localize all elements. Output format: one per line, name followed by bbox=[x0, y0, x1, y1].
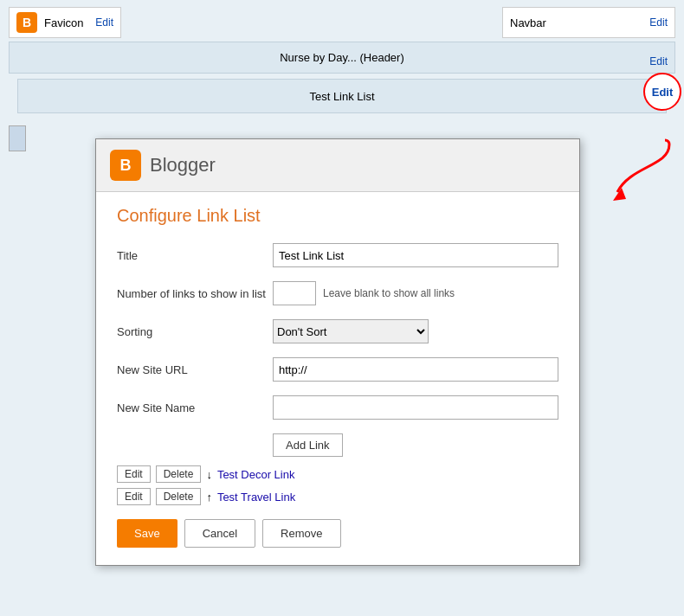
sorting-row: Sorting Don't Sort Alphabetical Reverse … bbox=[117, 319, 558, 343]
new-url-input[interactable] bbox=[273, 357, 558, 382]
red-arrow-indicator bbox=[604, 132, 674, 209]
add-link-button[interactable]: Add Link bbox=[273, 433, 343, 457]
link-list-bar: Test Link List Edit bbox=[17, 79, 667, 113]
link-1-name[interactable]: Test Decor Link bbox=[217, 468, 295, 481]
navbar-widget: Navbar Edit bbox=[502, 7, 675, 38]
title-label: Title bbox=[117, 249, 273, 262]
link-2-edit-button[interactable]: Edit bbox=[117, 488, 151, 505]
num-links-row: Number of links to show in list Leave bl… bbox=[117, 281, 558, 305]
header-label: Nurse by Day... (Header) bbox=[280, 51, 404, 64]
save-button[interactable]: Save bbox=[117, 519, 177, 548]
link-2-arrow: ↑ bbox=[206, 491, 212, 504]
favicon-widget: B Favicon Edit bbox=[9, 7, 121, 38]
favicon-edit-link[interactable]: Edit bbox=[95, 16, 113, 29]
num-links-input[interactable] bbox=[273, 281, 316, 305]
link-2-delete-button[interactable]: Delete bbox=[156, 488, 202, 505]
num-links-hint: Leave blank to show all links bbox=[323, 287, 455, 299]
configure-modal: B Blogger Configure Link List Title Numb… bbox=[95, 138, 580, 566]
blogger-name: Blogger bbox=[150, 154, 216, 176]
modal-footer: Save Cancel Remove bbox=[117, 519, 558, 548]
link-1-delete-button[interactable]: Delete bbox=[156, 465, 202, 483]
header-section: Nurse by Day... (Header) Edit bbox=[9, 42, 675, 74]
title-input[interactable] bbox=[273, 243, 558, 267]
cancel-button[interactable]: Cancel bbox=[184, 519, 255, 548]
new-name-label: New Site Name bbox=[117, 401, 273, 414]
link-items-list: Edit Delete ↓ Test Decor Link Edit Delet… bbox=[117, 465, 558, 505]
modal-body: Configure Link List Title Number of link… bbox=[96, 192, 579, 565]
link-1-arrow: ↓ bbox=[206, 468, 212, 481]
remove-button[interactable]: Remove bbox=[262, 519, 340, 548]
link-list-edit-button[interactable]: Edit bbox=[643, 73, 681, 111]
num-links-label: Number of links to show in list bbox=[117, 287, 273, 300]
blogger-logo-icon: B bbox=[110, 150, 141, 181]
link-list-label: Test Link List bbox=[309, 90, 374, 103]
navbar-label: Navbar bbox=[510, 16, 546, 29]
modal-header: B Blogger bbox=[96, 139, 579, 192]
svg-marker-0 bbox=[613, 188, 626, 201]
favicon-icon: B bbox=[16, 12, 37, 33]
title-row: Title bbox=[117, 243, 558, 267]
new-url-row: New Site URL bbox=[117, 357, 558, 382]
left-handle bbox=[9, 125, 26, 151]
link-item-row: Edit Delete ↓ Test Decor Link bbox=[117, 465, 558, 483]
link-1-edit-button[interactable]: Edit bbox=[117, 465, 151, 483]
link-item-row: Edit Delete ↑ Test Travel Link bbox=[117, 488, 558, 505]
favicon-label: Favicon bbox=[44, 16, 84, 29]
new-name-input[interactable] bbox=[273, 395, 558, 420]
modal-title: Configure Link List bbox=[117, 206, 558, 226]
sorting-select[interactable]: Don't Sort Alphabetical Reverse Alphabet… bbox=[273, 319, 429, 343]
sorting-label: Sorting bbox=[117, 325, 273, 338]
navbar-edit-link[interactable]: Edit bbox=[649, 16, 668, 29]
link-2-name[interactable]: Test Travel Link bbox=[217, 491, 295, 504]
new-name-row: New Site Name bbox=[117, 395, 558, 420]
top-bar: B Favicon Edit Navbar Edit bbox=[0, 0, 684, 42]
new-url-label: New Site URL bbox=[117, 363, 273, 376]
header-edit-link[interactable]: Edit bbox=[649, 55, 668, 67]
